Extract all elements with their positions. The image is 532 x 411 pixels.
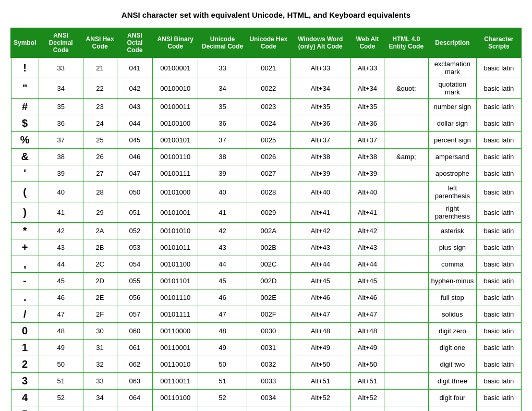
table-cell-6-9	[384, 165, 429, 182]
table-cell-7-10: left parenthesis	[428, 182, 477, 202]
table-cell-19-3: 064	[117, 390, 153, 406]
table-cell-1-10: quotation mark	[428, 78, 477, 99]
table-cell-1-8: Alt+34	[350, 78, 384, 99]
table-cell-3-0: $	[11, 115, 39, 132]
table-cell-3-1: 36	[39, 115, 83, 132]
table-cell-6-0: '	[11, 165, 39, 182]
table-cell-18-1: 51	[39, 373, 83, 390]
table-row: ,442C0540010110044002CAlt+44Alt+44commab…	[11, 256, 521, 273]
table-cell-13-9	[384, 289, 429, 306]
table-cell-12-3: 055	[117, 273, 153, 289]
table-cell-12-7: Alt+45	[290, 273, 350, 289]
table-cell-5-2: 26	[83, 149, 117, 165]
table-cell-10-11: basic latin	[477, 239, 521, 256]
table-cell-11-1: 44	[39, 256, 83, 273]
table-cell-11-8: Alt+44	[350, 256, 384, 273]
table-cell-4-5: 37	[198, 132, 247, 149]
table-row: 5533506500110101530035Alt+53Alt+53digit …	[11, 406, 521, 412]
table-cell-6-5: 39	[198, 165, 247, 182]
table-cell-8-3: 051	[117, 202, 153, 223]
table-cell-17-9	[384, 356, 429, 373]
table-cell-17-10: digit two	[428, 356, 477, 373]
table-cell-13-8: Alt+46	[350, 289, 384, 306]
table-cell-6-2: 27	[83, 165, 117, 182]
table-cell-4-6: 0025	[247, 132, 290, 149]
table-cell-5-8: Alt+38	[350, 149, 384, 165]
table-cell-15-8: Alt+48	[350, 323, 384, 340]
table-row: 0483006000110000480030Alt+48Alt+48digit …	[11, 323, 521, 340]
table-cell-6-3: 047	[117, 165, 153, 182]
table-cell-12-4: 00101101	[153, 273, 198, 289]
table-cell-4-4: 00100101	[153, 132, 198, 149]
table-row: 2503206200110010500032Alt+50Alt+50digit …	[11, 356, 521, 373]
column-header-4: ANSI Binary Code	[153, 28, 198, 57]
table-cell-17-6: 0032	[247, 356, 290, 373]
table-cell-14-4: 00101111	[153, 306, 198, 323]
table-cell-2-8: Alt+35	[350, 99, 384, 115]
table-cell-4-0: %	[11, 132, 39, 149]
table-cell-9-9	[384, 223, 429, 239]
table-cell-13-6: 002E	[247, 289, 290, 306]
table-cell-17-0: 2	[11, 356, 39, 373]
table-cell-7-0: (	[11, 182, 39, 202]
table-cell-2-10: number sign	[428, 99, 477, 115]
table-cell-14-11: basic latin	[477, 306, 521, 323]
table-cell-3-8: Alt+36	[350, 115, 384, 132]
table-cell-3-6: 0024	[247, 115, 290, 132]
table-cell-2-5: 35	[198, 99, 247, 115]
table-row: !332104100100001330021Alt+33Alt+33exclam…	[11, 57, 521, 78]
table-cell-11-5: 44	[198, 256, 247, 273]
table-cell-20-4: 00110101	[153, 406, 198, 412]
table-cell-0-2: 21	[83, 57, 117, 78]
table-cell-1-9: &quot;	[384, 78, 429, 99]
table-cell-7-6: 0028	[247, 182, 290, 202]
table-cell-13-1: 46	[39, 289, 83, 306]
table-cell-4-2: 25	[83, 132, 117, 149]
table-cell-19-5: 52	[198, 390, 247, 406]
table-cell-5-10: ampersand	[428, 149, 477, 165]
table-cell-19-6: 0034	[247, 390, 290, 406]
table-cell-19-11: basic latin	[477, 390, 521, 406]
table-cell-12-9	[384, 273, 429, 289]
table-cell-9-11: basic latin	[477, 223, 521, 239]
table-cell-5-5: 38	[198, 149, 247, 165]
table-cell-15-7: Alt+48	[290, 323, 350, 340]
ansi-table: SymbolANSI Decimal CodeANSI Hex CodeANSI…	[10, 28, 522, 411]
table-cell-20-10: digit five	[428, 406, 477, 412]
table-cell-11-2: 2C	[83, 256, 117, 273]
table-cell-14-7: Alt+47	[290, 306, 350, 323]
table-cell-10-9	[384, 239, 429, 256]
table-cell-1-6: 0022	[247, 78, 290, 99]
table-cell-14-1: 47	[39, 306, 83, 323]
table-cell-15-0: 0	[11, 323, 39, 340]
table-cell-15-10: digit zero	[428, 323, 477, 340]
table-cell-7-11: basic latin	[477, 182, 521, 202]
table-cell-19-9	[384, 390, 429, 406]
table-cell-11-3: 054	[117, 256, 153, 273]
table-cell-20-9	[384, 406, 429, 412]
table-cell-13-10: full stop	[428, 289, 477, 306]
table-cell-15-4: 00110000	[153, 323, 198, 340]
table-cell-7-3: 050	[117, 182, 153, 202]
table-cell-4-9	[384, 132, 429, 149]
table-cell-16-2: 31	[83, 340, 117, 356]
table-cell-9-5: 42	[198, 223, 247, 239]
table-row: +432B0530010101143002BAlt+43Alt+43plus s…	[11, 239, 521, 256]
column-header-2: ANSI Hex Code	[83, 28, 117, 57]
table-cell-15-2: 30	[83, 323, 117, 340]
table-cell-2-1: 35	[39, 99, 83, 115]
table-cell-8-9	[384, 202, 429, 223]
table-cell-0-6: 0021	[247, 57, 290, 78]
table-cell-10-8: Alt+43	[350, 239, 384, 256]
table-cell-5-1: 38	[39, 149, 83, 165]
table-cell-16-3: 061	[117, 340, 153, 356]
table-cell-14-5: 47	[198, 306, 247, 323]
table-cell-18-9	[384, 373, 429, 390]
table-cell-18-5: 51	[198, 373, 247, 390]
table-cell-0-5: 33	[198, 57, 247, 78]
table-cell-1-2: 22	[83, 78, 117, 99]
table-cell-2-6: 0023	[247, 99, 290, 115]
table-cell-9-10: asterisk	[428, 223, 477, 239]
table-cell-0-0: !	[11, 57, 39, 78]
table-cell-15-9	[384, 323, 429, 340]
